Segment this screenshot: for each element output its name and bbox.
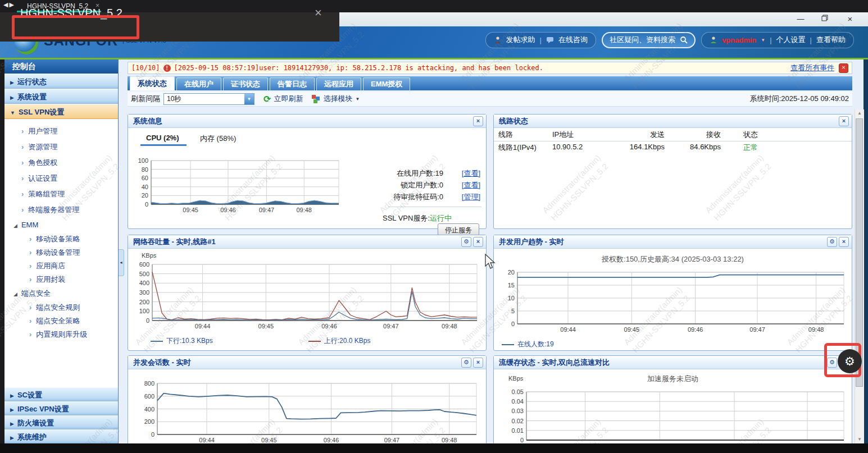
refresh-icon[interactable]: ⟳ bbox=[263, 94, 271, 104]
sidebar-group-item[interactable]: ›应用商店 bbox=[4, 259, 118, 273]
leaf-arrow-icon: › bbox=[29, 262, 31, 270]
tab-memory[interactable]: 内存 (58%) bbox=[200, 134, 236, 144]
y-axis-unit: KBps bbox=[142, 252, 156, 259]
scroll-down-icon[interactable]: ▼ bbox=[855, 436, 864, 443]
view-all-events-link[interactable]: 查看所有事件 bbox=[790, 63, 834, 73]
stat-action-link[interactable]: [查看] bbox=[462, 180, 480, 190]
sidebar-item[interactable]: ▶系统设置 bbox=[4, 89, 118, 104]
tab-4[interactable]: 告警日志 bbox=[270, 77, 315, 90]
community-search[interactable]: 社区疑问、资料搜索 bbox=[602, 32, 696, 48]
select-dropdown-icon[interactable]: ▼ bbox=[244, 94, 254, 104]
sidebar-item[interactable]: ▶SC设置 bbox=[4, 387, 118, 401]
sidebar-subitem[interactable]: ›策略组管理 bbox=[4, 186, 118, 202]
sidebar-item[interactable]: ▶IPSec VPN设置 bbox=[4, 401, 118, 415]
panel-close-button[interactable]: × bbox=[473, 237, 483, 247]
collapsed-arrow-icon: ▶ bbox=[10, 95, 14, 100]
svg-text:600: 600 bbox=[144, 393, 154, 400]
stat-action-link[interactable]: [查看] bbox=[462, 168, 480, 179]
panel-gear-icon[interactable]: ⚙ bbox=[461, 358, 471, 368]
panel-header: 系统信息 × bbox=[128, 115, 486, 128]
svg-text:400: 400 bbox=[144, 406, 154, 413]
online-chat-link[interactable]: 在线咨询 bbox=[558, 35, 588, 45]
sidebar-subitem[interactable]: ›认证设置 bbox=[4, 171, 118, 186]
sidebar-group-item[interactable]: ›端点安全策略 bbox=[4, 314, 118, 328]
panel-close-button[interactable]: × bbox=[839, 116, 849, 126]
annotation-gear-icon[interactable]: ⚙ bbox=[838, 349, 862, 373]
svg-text:09:46: 09:46 bbox=[220, 207, 236, 213]
alert-close-icon[interactable]: × bbox=[839, 63, 848, 73]
personal-settings-link[interactable]: 个人设置 bbox=[776, 35, 806, 45]
svg-text:0.03: 0.03 bbox=[512, 408, 524, 414]
post-help-link[interactable]: 发帖求助 bbox=[506, 35, 535, 45]
sidebar-subitem[interactable]: ›用户管理 bbox=[4, 123, 118, 139]
sidebar-item-ssl-vpn-settings[interactable]: ▼SSL VPN设置 bbox=[4, 104, 118, 119]
sidebar-item[interactable]: ▶系统维护 bbox=[4, 429, 118, 443]
svg-text:09:48: 09:48 bbox=[808, 326, 824, 333]
panel-gear-icon[interactable]: ⚙ bbox=[461, 237, 471, 247]
scroll-up-icon[interactable]: ▲ bbox=[855, 109, 864, 117]
sidebar-group-item[interactable]: ›端点安全规则 bbox=[4, 301, 118, 314]
svg-text:0.05: 0.05 bbox=[512, 388, 524, 395]
select-module-icon bbox=[312, 95, 320, 103]
sidebar-group-item[interactable]: ›内置规则库升级 bbox=[4, 328, 118, 341]
svg-text:80: 80 bbox=[142, 166, 148, 173]
sidebar-group-item[interactable]: ›移动设备策略 bbox=[4, 232, 118, 246]
username-dropdown-icon[interactable]: ▼ bbox=[761, 38, 765, 43]
window-close-button[interactable]: × bbox=[842, 14, 858, 25]
sidebar-group-item[interactable]: ›移动设备管理 bbox=[4, 246, 118, 259]
window-restore-button[interactable] bbox=[816, 14, 833, 25]
panel-close-button[interactable]: × bbox=[473, 358, 483, 368]
svg-text:09:44: 09:44 bbox=[560, 326, 576, 333]
vertical-scrollbar[interactable]: ▲ ▼ bbox=[855, 109, 864, 443]
leaf-arrow-icon: › bbox=[21, 127, 24, 135]
username-menu[interactable]: vpnadmin bbox=[722, 36, 756, 44]
header-nav: 发帖求助 | 在线咨询 社区疑问、资料搜索 vpnadmin ▼ | 个人设置 … bbox=[485, 31, 855, 48]
sidebar-group-item-label: 移动设备策略 bbox=[36, 235, 80, 243]
sidebar-subitem[interactable]: ›资源管理 bbox=[4, 139, 118, 155]
tab-5[interactable]: 远程应用 bbox=[316, 77, 361, 90]
tab-3[interactable]: 证书状态 bbox=[223, 77, 268, 90]
refresh-now-button[interactable]: 立即刷新 bbox=[274, 94, 303, 104]
left-edge bbox=[0, 59, 4, 443]
search-icon[interactable] bbox=[680, 36, 688, 44]
back-forward-icon[interactable]: ◀▶ bbox=[3, 1, 15, 8]
sidebar-group[interactable]: ◢端点安全 bbox=[4, 286, 118, 301]
svg-text:09:45: 09:45 bbox=[261, 437, 277, 443]
sidebar-group-item[interactable]: ›应用封装 bbox=[4, 273, 118, 286]
collapsed-arrow-icon: ▶ bbox=[10, 421, 14, 427]
sidebar-group-label: EMM bbox=[21, 221, 38, 229]
svg-text:100: 100 bbox=[138, 157, 148, 164]
refresh-interval-label: 刷新间隔 bbox=[131, 94, 160, 104]
help-links-group: 发帖求助 | 在线咨询 bbox=[485, 32, 596, 48]
svg-text:09:47: 09:47 bbox=[749, 326, 765, 333]
stat-action-link[interactable]: [管理] bbox=[462, 192, 480, 202]
tab-cpu[interactable]: CPU (2%) bbox=[146, 134, 179, 142]
panel-close-button[interactable]: × bbox=[473, 116, 483, 126]
select-module-button[interactable]: 选择模块 bbox=[323, 94, 352, 104]
svg-text:09:48: 09:48 bbox=[296, 207, 312, 213]
overlay-close-icon[interactable]: × bbox=[315, 6, 322, 20]
sidebar-subitem[interactable]: ›角色授权 bbox=[4, 155, 118, 171]
svg-text:09:46: 09:46 bbox=[688, 326, 703, 333]
legend-item: 在线人数:19 bbox=[502, 340, 554, 349]
sidebar-group[interactable]: ◢EMM bbox=[4, 218, 118, 232]
module-dropdown-icon[interactable]: ▼ bbox=[355, 97, 360, 102]
panel-close-button[interactable]: × bbox=[839, 237, 849, 247]
leaf-arrow-icon: › bbox=[29, 275, 31, 283]
sidebar-subitem[interactable]: ›终端服务器管理 bbox=[4, 202, 118, 218]
tab-1[interactable]: 系统状态 bbox=[130, 76, 175, 90]
sidebar-item[interactable]: ▶防火墙设置 bbox=[4, 415, 118, 429]
column-header: 线路 bbox=[498, 130, 552, 140]
sidebar-collapse-handle[interactable]: ◄ bbox=[119, 249, 124, 276]
divider: | bbox=[770, 36, 771, 44]
table-row[interactable]: 线路1(IPv4)10.90.5.2164.1Kbps84.6Kbps正常 bbox=[494, 143, 852, 154]
legend-color-dash bbox=[308, 341, 321, 342]
sidebar-item[interactable]: ▶运行状态 bbox=[4, 74, 118, 89]
refresh-interval-select[interactable]: 10秒 ▼ bbox=[163, 93, 255, 105]
window-minimize-button[interactable]: — bbox=[792, 14, 809, 25]
tab-2[interactable]: 在线用户 bbox=[176, 77, 221, 90]
panel-gear-icon[interactable]: ⚙ bbox=[827, 237, 837, 247]
view-help-link[interactable]: 查看帮助 bbox=[816, 35, 846, 45]
svg-text:09:47: 09:47 bbox=[384, 437, 400, 443]
tab-6[interactable]: EMM授权 bbox=[363, 77, 410, 90]
